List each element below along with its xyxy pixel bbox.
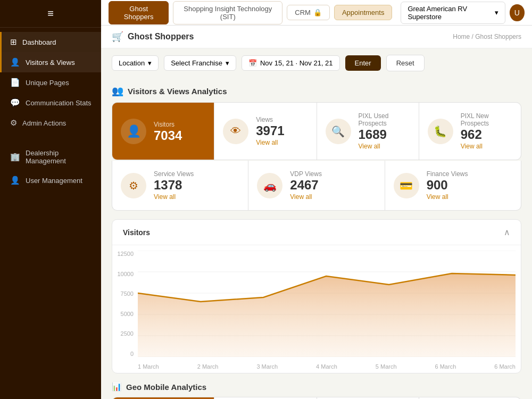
settings-icon: ⚙ [129, 179, 138, 192]
y-label-7500: 7500 [112, 290, 134, 297]
chart-y-axis: 12500 10000 7500 5000 2500 0 [112, 251, 134, 357]
reset-button[interactable]: Reset [386, 55, 425, 71]
appointments-button[interactable]: Appointments [334, 5, 393, 20]
chart-area-fill [138, 273, 516, 357]
ghost-shoppers-icon: 🛒 [112, 31, 123, 43]
analytics-cards-row2: ⚙ Service Views 1378 View all 🚗 VDP View… [112, 161, 521, 211]
pixl-new-value: 962 [461, 128, 512, 141]
pixl-new-link[interactable]: View all [461, 143, 512, 150]
page-header: 🛒 Ghost Shoppers Home / Ghost Shoppers [101, 26, 532, 48]
pixl-new-info: PIXL New Prospects 962 View all [461, 112, 512, 150]
x-label-6-march-b: 6 March [494, 363, 516, 370]
chart-body: 12500 10000 7500 5000 2500 0 [112, 245, 521, 373]
vdp-views-icon: 🚗 [257, 173, 282, 198]
crm-label: CRM [295, 9, 311, 16]
sidebar-item-user-management[interactable]: 👤 User Management [0, 170, 101, 190]
pixl-new-card: 🐛 PIXL New Prospects 962 View all [419, 103, 521, 160]
chart-title: Visitors [123, 228, 150, 237]
sidebar-item-label: Visitors & Views [26, 59, 75, 66]
analytics-title-label: Visitors & Views Analytics [128, 87, 227, 96]
vdp-views-info: VDP Views 2467 View all [290, 170, 322, 201]
bug-icon: 🐛 [434, 125, 447, 138]
geo-cards-grid: 👤 Geo Visitors 🚗 Geomobile Visits [112, 397, 521, 399]
finance-views-label: Finance Views [427, 170, 468, 178]
sidebar-item-admin-actions[interactable]: ⚙ Admin Actions [0, 113, 101, 133]
location-filter[interactable]: Location ▾ [112, 55, 159, 71]
geo-title-label: Geo Mobile Analytics [126, 383, 206, 392]
sidebar-logo[interactable]: ≡ [0, 0, 101, 28]
visitors-chart-svg [138, 251, 516, 357]
pixl-new-icon: 🐛 [428, 119, 453, 144]
sidebar-item-visitors-views[interactable]: 👤 Visitors & Views [0, 52, 101, 72]
x-label-5-march: 5 March [376, 363, 397, 370]
analytics-icon: 👥 [112, 85, 123, 97]
user-avatar[interactable]: U [510, 4, 525, 21]
analytics-cards-row1: 👤 Visitors 7034 👁 Views 3971 View all [112, 102, 521, 160]
vdp-views-link[interactable]: View all [290, 193, 322, 201]
chevron-down-icon: ▾ [148, 59, 152, 67]
visitors-label: Visitors [154, 121, 182, 128]
service-views-value: 1378 [154, 179, 194, 192]
person-icon: 👤 [127, 124, 141, 138]
menu-icon: ≡ [47, 7, 54, 20]
y-label-2500: 2500 [112, 330, 134, 337]
collapse-icon[interactable]: ∧ [504, 227, 510, 237]
visitors-card: 👤 Visitors 7034 [112, 103, 214, 160]
lock-icon: 🔒 [313, 9, 322, 16]
date-range-picker[interactable]: 📅 Nov 15, 21 · Nov 21, 21 [242, 55, 340, 71]
user-mgmt-icon: 👤 [10, 176, 20, 185]
vdp-views-value: 2467 [290, 179, 322, 192]
pixl-prospects-label: PIXL Used Prospects [359, 112, 410, 127]
sidebar-item-label: Unique Pages [26, 79, 69, 87]
franchise-filter[interactable]: Select Franchise ▾ [164, 55, 236, 71]
x-label-3-march: 3 March [256, 363, 278, 370]
sidebar-item-dashboard[interactable]: ⊞ Dashboard [0, 32, 101, 52]
sidebar-item-communication-stats[interactable]: 💬 Communication Stats [0, 93, 101, 113]
date-range-label: Nov 15, 21 · Nov 21, 21 [260, 59, 333, 67]
eye-icon: 👁 [230, 125, 241, 137]
crm-button[interactable]: CRM 🔒 [287, 5, 330, 20]
gear-icon: ⚙ [10, 118, 17, 128]
finance-views-value: 900 [427, 179, 468, 192]
search-icon: 🔍 [331, 125, 345, 138]
franchise-label: Great American RV Superstore [408, 5, 491, 21]
sit-button[interactable]: Shopping Insight Technology (SIT) [173, 1, 282, 24]
pixl-prospects-link[interactable]: View all [359, 143, 410, 150]
service-views-icon: ⚙ [121, 173, 146, 198]
enter-button[interactable]: Enter [345, 55, 381, 71]
main-area: Ghost Shoppers Shopping Insight Technolo… [101, 0, 532, 399]
visitors-card-info: Visitors 7034 [154, 121, 182, 142]
service-views-info: Service Views 1378 View all [154, 170, 194, 201]
vdp-views-label: VDP Views [290, 170, 322, 178]
service-views-label: Service Views [154, 170, 194, 178]
pixl-prospects-value: 1689 [359, 128, 410, 141]
geo-section-title: 📊 Geo Mobile Analytics [112, 382, 521, 392]
car-icon: 🚗 [263, 179, 277, 192]
sidebar-item-label: Admin Actions [22, 119, 66, 127]
sidebar-item-unique-pages[interactable]: 📄 Unique Pages [0, 72, 101, 93]
finance-views-link[interactable]: View all [427, 193, 468, 201]
page-title: Ghost Shoppers [128, 32, 194, 41]
comm-icon: 💬 [10, 98, 20, 107]
views-card: 👁 Views 3971 View all [214, 103, 316, 160]
top-navigation: Ghost Shoppers Shopping Insight Technolo… [101, 0, 532, 26]
geo-analytics-section: 📊 Geo Mobile Analytics 👤 Geo Visitors 🚗 [112, 382, 521, 399]
y-label-12500: 12500 [112, 251, 134, 257]
service-views-link[interactable]: View all [154, 193, 194, 201]
finance-icon: 💳 [400, 179, 413, 192]
ghost-shoppers-button[interactable]: Ghost Shoppers [109, 1, 169, 24]
finance-views-card: 💳 Finance Views 900 View all [385, 161, 521, 210]
chevron-down-icon: ▾ [495, 9, 498, 16]
views-link[interactable]: View all [256, 139, 284, 146]
pages-icon: 📄 [10, 78, 20, 87]
finance-views-info: Finance Views 900 View all [427, 170, 468, 201]
sidebar: ≡ ⊞ Dashboard 👤 Visitors & Views 📄 Uniqu… [0, 0, 101, 399]
franchise-filter-label: Select Franchise [171, 59, 222, 67]
franchise-selector[interactable]: Great American RV Superstore ▾ [401, 2, 505, 24]
sidebar-navigation: ⊞ Dashboard 👤 Visitors & Views 📄 Unique … [0, 28, 101, 399]
views-card-info: Views 3971 View all [256, 116, 284, 146]
views-value: 3971 [256, 124, 284, 137]
analytics-section-title: 👥 Visitors & Views Analytics [101, 78, 532, 102]
service-views-card: ⚙ Service Views 1378 View all [112, 161, 248, 210]
sidebar-item-dealership-management[interactable]: 🏢 Dealership Management [0, 144, 101, 170]
